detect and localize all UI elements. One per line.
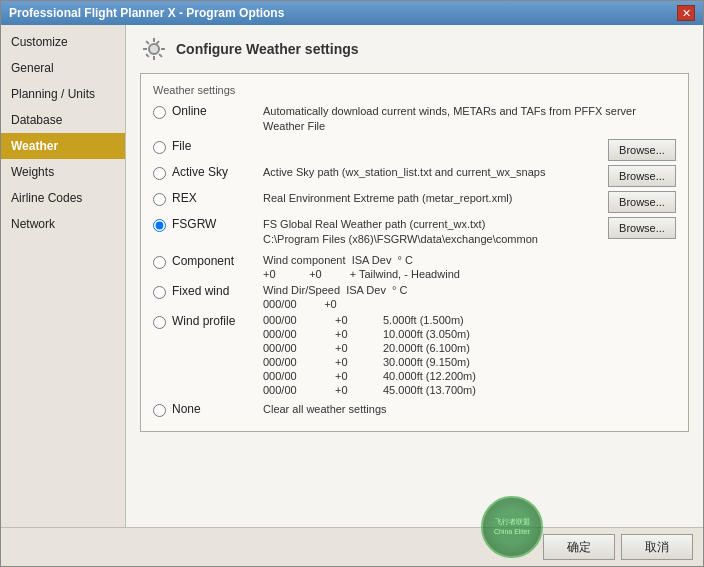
component-row: Component Wind component ISA Dev ° C +0 … xyxy=(153,254,676,280)
confirm-button[interactable]: 确定 xyxy=(543,534,615,560)
active-sky-browse-button[interactable]: Browse... xyxy=(608,165,676,187)
fsgrw-desc: FS Global Real Weather path (current_wx.… xyxy=(263,217,602,248)
sidebar-item-airline-codes[interactable]: Airline Codes xyxy=(1,185,125,211)
weather-settings-section: Weather settings Online Automatically do… xyxy=(140,73,689,432)
wp-entry-4-val: 000/00 xyxy=(263,370,323,382)
sidebar: Customize General Planning / Units Datab… xyxy=(1,25,126,527)
rex-desc: Real Environment Extreme path (metar_rep… xyxy=(263,191,602,206)
wp-entry-4-alt: 40.000ft (12.200m) xyxy=(383,370,476,382)
wp-entry-2-isa: +0 xyxy=(335,342,371,354)
sidebar-item-weather[interactable]: Weather xyxy=(1,133,125,159)
sidebar-item-database[interactable]: Database xyxy=(1,107,125,133)
wp-entry-0-isa: +0 xyxy=(335,314,371,326)
none-radio[interactable] xyxy=(153,404,166,417)
rex-radio[interactable] xyxy=(153,193,166,206)
fixed-wind-radio[interactable] xyxy=(153,286,166,299)
online-label: Online xyxy=(172,104,257,118)
component-radio[interactable] xyxy=(153,256,166,269)
none-label: None xyxy=(172,402,257,416)
content-area: Customize General Planning / Units Datab… xyxy=(1,25,703,527)
wind-profile-entries: 000/00 +0 5.000ft (1.500m) 000/00 +0 10.… xyxy=(263,314,476,398)
wp-entry-0-val: 000/00 xyxy=(263,314,323,326)
online-desc: Automatically download current winds, ME… xyxy=(263,104,676,135)
watermark: 飞行者联盟 China Eliter xyxy=(481,496,543,558)
wp-entry-3-alt: 30.000ft (9.150m) xyxy=(383,356,470,368)
fixed-wind-row: Fixed wind Wind Dir/Speed ISA Dev ° C 00… xyxy=(153,284,676,310)
active-sky-label: Active Sky xyxy=(172,165,257,179)
sidebar-item-planning[interactable]: Planning / Units xyxy=(1,81,125,107)
file-label: File xyxy=(172,139,257,153)
none-desc: Clear all weather settings xyxy=(263,402,676,417)
active-sky-desc: Active Sky path (wx_station_list.txt and… xyxy=(263,165,602,180)
wp-entry-1-isa: +0 xyxy=(335,328,371,340)
wind-profile-row: Wind profile 000/00 +0 5.000ft (1.500m) … xyxy=(153,314,676,398)
section-label: Weather settings xyxy=(153,84,676,96)
component-label: Component xyxy=(172,254,257,268)
online-row: Online Automatically download current wi… xyxy=(153,104,676,135)
component-val1: +0 +0 xyxy=(263,268,322,280)
sidebar-item-customize[interactable]: Customize xyxy=(1,29,125,55)
main-panel: Configure Weather settings Weather setti… xyxy=(126,25,703,527)
wp-entry-1-alt: 10.000ft (3.050m) xyxy=(383,328,470,340)
online-radio[interactable] xyxy=(153,106,166,119)
component-header1: Wind component ISA Dev ° C xyxy=(263,254,413,266)
wp-entry-5-isa: +0 xyxy=(335,384,371,396)
wind-profile-label: Wind profile xyxy=(172,314,257,328)
watermark-line1: 飞行者联盟 xyxy=(495,517,530,527)
sidebar-item-weights[interactable]: Weights xyxy=(1,159,125,185)
active-sky-row: Active Sky Active Sky path (wx_station_l… xyxy=(153,165,676,187)
wp-entry-3-val: 000/00 xyxy=(263,356,323,368)
active-sky-radio[interactable] xyxy=(153,167,166,180)
fixed-wind-label: Fixed wind xyxy=(172,284,257,298)
wp-entry-1-val: 000/00 xyxy=(263,328,323,340)
fixed-wind-data: Wind Dir/Speed ISA Dev ° C 000/00 +0 xyxy=(263,284,407,310)
none-row: None Clear all weather settings xyxy=(153,402,676,417)
sidebar-item-general[interactable]: General xyxy=(1,55,125,81)
file-row: File Browse... xyxy=(153,139,676,161)
wp-entry-3-isa: +0 xyxy=(335,356,371,368)
file-browse-button[interactable]: Browse... xyxy=(608,139,676,161)
cancel-button[interactable]: 取消 xyxy=(621,534,693,560)
wind-profile-radio[interactable] xyxy=(153,316,166,329)
component-data: Wind component ISA Dev ° C +0 +0 + Tailw… xyxy=(263,254,460,280)
title-bar: Professional Flight Planner X - Program … xyxy=(1,1,703,25)
wp-entry-5-val: 000/00 xyxy=(263,384,323,396)
wp-entry-0-alt: 5.000ft (1.500m) xyxy=(383,314,464,326)
rex-label: REX xyxy=(172,191,257,205)
fsgrw-label: FSGRW xyxy=(172,217,257,231)
wp-entry-4-isa: +0 xyxy=(335,370,371,382)
main-window: Professional Flight Planner X - Program … xyxy=(0,0,704,567)
svg-point-0 xyxy=(149,44,159,54)
panel-header: Configure Weather settings xyxy=(140,35,689,63)
watermark-line2: China Eliter xyxy=(494,527,530,537)
wp-entry-5-alt: 45.000ft (13.700m) xyxy=(383,384,476,396)
window-title: Professional Flight Planner X - Program … xyxy=(9,6,284,20)
rex-row: REX Real Environment Extreme path (metar… xyxy=(153,191,676,213)
file-radio[interactable] xyxy=(153,141,166,154)
fsgrw-browse-button[interactable]: Browse... xyxy=(608,217,676,239)
fsgrw-row: FSGRW FS Global Real Weather path (curre… xyxy=(153,217,676,248)
fsgrw-radio[interactable] xyxy=(153,219,166,232)
gear-icon xyxy=(140,35,168,63)
panel-title: Configure Weather settings xyxy=(176,41,359,57)
footer-bar: 飞行者联盟 China Eliter 确定 取消 xyxy=(1,527,703,566)
wp-entry-2-alt: 20.000ft (6.100m) xyxy=(383,342,470,354)
wp-entry-2-val: 000/00 xyxy=(263,342,323,354)
rex-browse-button[interactable]: Browse... xyxy=(608,191,676,213)
close-button[interactable]: ✕ xyxy=(677,5,695,21)
sidebar-item-network[interactable]: Network xyxy=(1,211,125,237)
component-note: + Tailwind, - Headwind xyxy=(350,268,460,280)
